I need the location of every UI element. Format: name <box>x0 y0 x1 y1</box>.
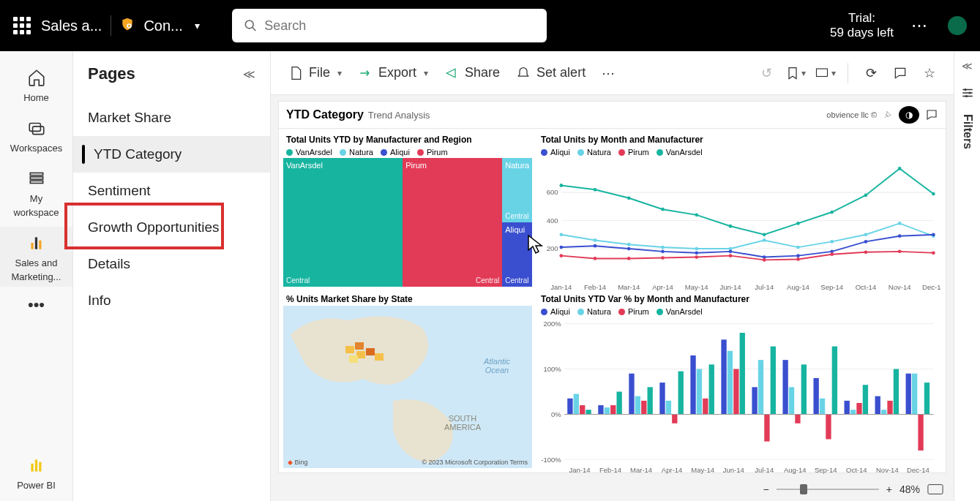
export-menu[interactable]: Export▾ <box>354 62 433 83</box>
svg-point-79 <box>864 250 868 254</box>
svg-point-35 <box>594 188 597 192</box>
pin-icon[interactable] <box>883 110 893 120</box>
svg-point-47 <box>594 238 597 242</box>
svg-rect-83 <box>355 342 364 350</box>
reset-icon[interactable]: ↺ <box>755 62 777 84</box>
svg-point-58 <box>559 246 563 249</box>
account-menu-icon[interactable]: ⋯ <box>911 16 929 35</box>
zoom-control[interactable]: − + 48% <box>763 483 943 495</box>
svg-point-34 <box>559 184 563 187</box>
file-icon <box>288 66 303 80</box>
tile-treemap[interactable]: Total Units YTD by Manufacturer and Regi… <box>283 133 532 287</box>
bar-legend: Aliqui Natura Pirum VanArsdel <box>538 306 941 317</box>
svg-line-3 <box>252 27 255 31</box>
svg-text:Jul-14: Jul-14 <box>755 466 774 474</box>
svg-rect-118 <box>697 369 702 415</box>
svg-rect-6 <box>30 173 42 175</box>
nav-workspaces[interactable]: Workspaces <box>0 112 72 158</box>
svg-rect-127 <box>752 387 757 414</box>
chart-icon <box>25 231 48 255</box>
svg-point-72 <box>627 257 631 260</box>
set-alert-button[interactable]: Set alert <box>512 62 590 83</box>
svg-rect-152 <box>906 374 911 415</box>
breadcrumb: Sales a... Con... ▾ <box>41 15 200 36</box>
canvas-title: YTD Category <box>286 108 364 121</box>
svg-text:Mar-14: Mar-14 <box>618 283 640 291</box>
search-input[interactable] <box>264 18 534 34</box>
tile-map[interactable]: % Units Market Share by State Atlantic O… <box>283 293 532 468</box>
breadcrumb-report[interactable]: Sales a... <box>41 18 102 34</box>
svg-text:Oct-14: Oct-14 <box>856 283 877 291</box>
svg-text:Oct-14: Oct-14 <box>846 466 867 474</box>
filters-label[interactable]: Filters <box>961 114 974 149</box>
refresh-icon[interactable]: ⟳ <box>860 62 882 84</box>
svg-point-74 <box>695 255 698 259</box>
filter-settings-icon[interactable] <box>961 86 974 99</box>
home-icon <box>25 66 48 89</box>
report-canvas: YTD Category Trend Analysis obvience llc… <box>271 95 954 501</box>
breadcrumb-sensitivity[interactable]: Con... <box>143 18 182 34</box>
svg-rect-9 <box>31 243 33 249</box>
nav-home[interactable]: Home <box>0 61 72 108</box>
page-market-share[interactable]: Market Share <box>73 99 270 136</box>
svg-rect-12 <box>31 464 33 472</box>
tile-line-chart[interactable]: Total Units by Month and Manufacturer Al… <box>538 133 941 287</box>
nav-my-workspace[interactable]: My workspace <box>0 162 72 222</box>
page-details[interactable]: Details <box>73 246 270 282</box>
tile-bar-chart[interactable]: Total Units YTD Var % by Month and Manuf… <box>538 293 941 468</box>
share-button[interactable]: Share <box>440 62 504 83</box>
search-box[interactable] <box>232 9 547 42</box>
page-info[interactable]: Info <box>73 282 270 319</box>
nav-more[interactable]: ••• <box>0 291 72 319</box>
fit-page-icon[interactable] <box>927 483 943 495</box>
page-growth-opportunities[interactable]: Growth Opportunities <box>73 209 270 246</box>
svg-point-41 <box>796 222 800 225</box>
bookmark-icon[interactable]: ▾ <box>785 62 807 84</box>
svg-point-39 <box>729 225 733 228</box>
svg-rect-145 <box>863 385 868 414</box>
avatar[interactable] <box>948 16 967 35</box>
expand-filters-icon[interactable]: ≪ <box>962 60 973 72</box>
svg-text:Nov-14: Nov-14 <box>876 466 899 474</box>
view-mode-icon[interactable]: ▾ <box>814 62 836 84</box>
svg-rect-138 <box>820 399 825 415</box>
file-menu[interactable]: File▾ <box>284 62 346 83</box>
nav-rail: Home Workspaces My workspace Sales and M… <box>0 51 73 501</box>
page-sentiment[interactable]: Sentiment <box>73 173 270 209</box>
svg-rect-87 <box>375 353 384 361</box>
app-launcher-icon[interactable] <box>13 17 31 34</box>
svg-rect-150 <box>894 369 899 415</box>
svg-text:Apr-14: Apr-14 <box>652 283 673 291</box>
canvas-header: YTD Category Trend Analysis obvience llc… <box>278 101 946 128</box>
zoom-out-button[interactable]: − <box>763 483 769 495</box>
report-toolbar: File▾ Export▾ Share Set alert ⋯ ↺ ▾ ▾ ⟳ … <box>271 51 954 95</box>
share-icon <box>444 66 459 80</box>
svg-point-43 <box>864 194 868 197</box>
more-options-icon[interactable]: ⋯ <box>597 62 619 84</box>
canvas-subtitle: Trend Analysis <box>368 110 430 121</box>
svg-rect-97 <box>567 399 572 415</box>
svg-point-38 <box>695 213 698 216</box>
svg-text:Feb-14: Feb-14 <box>599 466 622 474</box>
svg-point-71 <box>594 257 597 260</box>
collapse-pages-icon[interactable]: ≪ <box>243 67 255 81</box>
treemap-legend: VanArsdel Natura Aliqui Pirum <box>283 146 532 158</box>
chevron-down-icon[interactable]: ▾ <box>195 20 200 31</box>
svg-rect-5 <box>32 127 43 135</box>
svg-text:Jun-14: Jun-14 <box>723 466 745 474</box>
svg-text:-100%: -100% <box>541 455 561 463</box>
zoom-in-button[interactable]: + <box>886 483 892 495</box>
export-icon <box>358 66 373 80</box>
tile-comment-icon[interactable] <box>925 108 938 121</box>
svg-point-75 <box>729 254 733 257</box>
comment-icon[interactable] <box>889 62 911 84</box>
svg-rect-107 <box>629 374 634 415</box>
svg-rect-149 <box>887 401 892 415</box>
svg-point-60 <box>627 247 631 251</box>
page-ytd-category[interactable]: YTD Category <box>73 136 270 173</box>
svg-text:Jul-14: Jul-14 <box>755 283 774 291</box>
nav-current-report[interactable]: Sales and Marketing... <box>0 227 72 287</box>
zoom-slider[interactable] <box>777 489 879 490</box>
favorite-icon[interactable]: ☆ <box>919 62 940 84</box>
nav-powerbi[interactable]: Power BI <box>0 449 72 495</box>
